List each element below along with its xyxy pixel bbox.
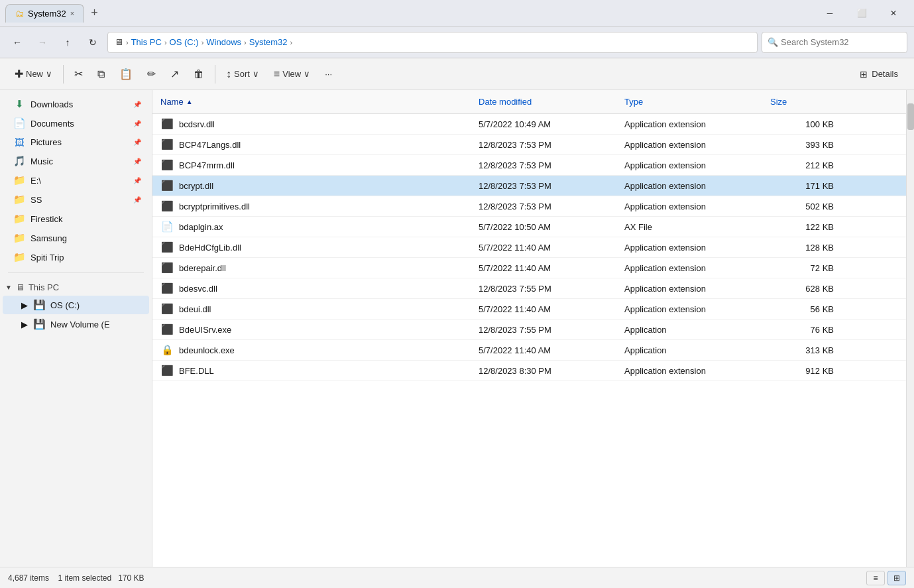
sidebar-item-os-c[interactable]: ▶ 💾 OS (C:) xyxy=(3,296,149,314)
main-layout: ⬇ Downloads 📌 📄 Documents 📌 🖼 Pictures 📌… xyxy=(0,90,914,567)
sidebar-label-ss: SS xyxy=(30,195,42,205)
file-row[interactable]: ⬛ BdeHdCfgLib.dll 5/7/2022 11:40 AM Appl… xyxy=(152,237,906,258)
file-type-cell: Application extension xyxy=(616,135,762,154)
minimize-button[interactable]: ─ xyxy=(815,3,845,23)
this-pc-group[interactable]: ▼ 🖥 This PC xyxy=(0,277,152,295)
file-date-cell: 5/7/2022 10:50 AM xyxy=(471,217,616,237)
file-date-cell: 12/8/2023 8:30 PM xyxy=(471,361,616,381)
file-size-cell: 56 KB xyxy=(762,299,842,319)
file-row[interactable]: ⬛ bdeui.dll 5/7/2022 11:40 AM Applicatio… xyxy=(152,299,906,320)
sidebar-item-spiti-trip[interactable]: 📁 Spiti Trip xyxy=(3,248,149,266)
file-size-cell: 171 KB xyxy=(762,176,842,196)
cut-button[interactable]: ✂ xyxy=(68,64,89,84)
share-button[interactable]: ↗ xyxy=(164,64,186,84)
sidebar-item-pictures[interactable]: 🖼 Pictures 📌 xyxy=(3,133,149,151)
more-button[interactable]: ··· xyxy=(318,65,339,83)
file-row[interactable]: ⬛ bderepair.dll 5/7/2022 11:40 AM Applic… xyxy=(152,258,906,278)
vertical-scrollbar[interactable] xyxy=(906,90,914,567)
file-type-cell: Application xyxy=(616,320,762,339)
breadcrumb-windows[interactable]: Windows xyxy=(206,37,241,47)
search-input[interactable] xyxy=(781,37,887,47)
forward-button[interactable]: → xyxy=(32,32,53,53)
refresh-button[interactable]: ↻ xyxy=(82,32,103,53)
file-name-cell: ⬛ bcryptprimitives.dll xyxy=(152,196,471,216)
sidebar-item-edrive[interactable]: 📁 E:\ 📌 xyxy=(3,171,149,190)
file-type-cell: Application extension xyxy=(616,278,762,298)
file-size-cell: 72 KB xyxy=(762,258,842,278)
new-tab-button[interactable]: + xyxy=(87,6,102,20)
breadcrumb-this-pc[interactable]: This PC xyxy=(131,37,162,47)
samsung-icon: 📁 xyxy=(13,232,25,244)
details-button[interactable]: ⊞ Details xyxy=(852,65,906,84)
header-date-modified[interactable]: Date modified xyxy=(471,94,616,109)
list-view-button[interactable]: ≡ xyxy=(866,571,885,585)
file-row[interactable]: ⬛ BCP47Langs.dll 12/8/2023 7:53 PM Appli… xyxy=(152,135,906,155)
breadcrumb-system32[interactable]: System32 xyxy=(249,37,288,47)
file-size-cell: 393 KB xyxy=(762,135,842,154)
sidebar-item-samsung[interactable]: 📁 Samsung xyxy=(3,229,149,247)
delete-button[interactable]: 🗑 xyxy=(187,64,211,84)
toolbar: ✚ New ∨ ✂ ⧉ 📋 ✏ ↗ 🗑 ↕ Sort ∨ ≡ View ∨ ··… xyxy=(0,58,914,90)
file-date-cell: 5/7/2022 11:40 AM xyxy=(471,237,616,257)
tab-folder-icon: 🗂 xyxy=(15,9,24,19)
file-name-cell: ⬛ BCP47Langs.dll xyxy=(152,135,471,154)
downloads-icon: ⬇ xyxy=(13,98,25,110)
file-row[interactable]: ⬛ BCP47mrm.dll 12/8/2023 7:53 PM Applica… xyxy=(152,155,906,176)
pin-icon-downloads: 📌 xyxy=(133,101,141,108)
sort-button[interactable]: ↕ Sort ∨ xyxy=(219,64,266,84)
view-icon: ≡ xyxy=(274,68,280,80)
file-size-cell: 128 KB xyxy=(762,237,842,257)
sidebar-item-firestick[interactable]: 📁 Firestick xyxy=(3,209,149,228)
new-icon: ✚ xyxy=(15,68,23,80)
up-button[interactable]: ↑ xyxy=(57,32,78,53)
breadcrumb-os-c[interactable]: OS (C:) xyxy=(170,37,199,47)
header-name[interactable]: Name ▲ xyxy=(152,94,471,109)
sidebar-item-documents[interactable]: 📄 Documents 📌 xyxy=(3,114,149,133)
back-button[interactable]: ← xyxy=(7,32,28,53)
file-type-cell: Application extension xyxy=(616,176,762,196)
header-type[interactable]: Type xyxy=(616,94,762,109)
file-row[interactable]: ⬛ bcdsrv.dll 5/7/2022 10:49 AM Applicati… xyxy=(152,114,906,135)
sidebar-item-new-volume[interactable]: ▶ 💾 New Volume (E xyxy=(3,315,149,333)
file-icon-dll: ⬛ xyxy=(160,200,174,212)
rename-button[interactable]: ✏ xyxy=(141,64,162,84)
pin-icon-pictures: 📌 xyxy=(133,139,141,146)
edrive-icon: 📁 xyxy=(13,174,25,186)
pin-icon-ss: 📌 xyxy=(133,196,141,204)
copy-button[interactable]: ⧉ xyxy=(91,64,111,84)
breadcrumb[interactable]: 🖥 › This PC › OS (C:) › Windows › System… xyxy=(107,32,758,53)
details-view-button[interactable]: ⊞ xyxy=(887,571,906,585)
active-tab[interactable]: 🗂 System32 × xyxy=(5,4,84,23)
file-row[interactable]: ⬛ bdesvc.dll 12/8/2023 7:55 PM Applicati… xyxy=(152,278,906,299)
file-date-cell: 12/8/2023 7:55 PM xyxy=(471,278,616,298)
file-row[interactable]: ⬛ bcryptprimitives.dll 12/8/2023 7:53 PM… xyxy=(152,196,906,217)
pin-icon-documents: 📌 xyxy=(133,120,141,127)
sidebar-item-downloads[interactable]: ⬇ Downloads 📌 xyxy=(3,95,149,113)
new-button[interactable]: ✚ New ∨ xyxy=(8,64,59,84)
header-type-label: Type xyxy=(624,97,643,107)
file-name: bdeunlock.exe xyxy=(179,345,235,355)
file-row[interactable]: ⬛ BdeUISrv.exe 12/8/2023 7:55 PM Applica… xyxy=(152,320,906,340)
paste-button[interactable]: 📋 xyxy=(113,64,139,84)
file-row[interactable]: ⬛ BFE.DLL 12/8/2023 8:30 PM Application … xyxy=(152,361,906,381)
maximize-button[interactable]: ⬜ xyxy=(846,3,877,23)
sidebar-item-music[interactable]: 🎵 Music 📌 xyxy=(3,152,149,170)
file-icon-special: 🔒 xyxy=(160,344,174,356)
file-name-cell: ⬛ bdesvc.dll xyxy=(152,278,471,298)
tab-close-button[interactable]: × xyxy=(70,9,74,17)
file-row[interactable]: 🔒 bdeunlock.exe 5/7/2022 11:40 AM Applic… xyxy=(152,340,906,361)
close-button[interactable]: ✕ xyxy=(878,3,909,23)
file-name-cell: ⬛ bcdsrv.dll xyxy=(152,114,471,134)
file-name-cell: ⬛ bdeui.dll xyxy=(152,299,471,319)
more-label: ··· xyxy=(325,69,332,79)
header-size[interactable]: Size xyxy=(762,94,842,109)
file-row-selected[interactable]: ⬛ bcrypt.dll 12/8/2023 7:53 PM Applicati… xyxy=(152,176,906,196)
file-date-cell: 5/7/2022 10:49 AM xyxy=(471,114,616,134)
scrollbar-thumb[interactable] xyxy=(907,103,914,130)
search-box[interactable]: 🔍 xyxy=(762,32,907,53)
file-row[interactable]: 📄 bdaplgin.ax 5/7/2022 10:50 AM AX File … xyxy=(152,217,906,237)
sidebar-label-documents: Documents xyxy=(30,119,74,129)
sidebar-item-ss[interactable]: 📁 SS 📌 xyxy=(3,190,149,209)
file-name: bdaplgin.ax xyxy=(179,222,223,232)
view-button[interactable]: ≡ View ∨ xyxy=(267,64,317,84)
